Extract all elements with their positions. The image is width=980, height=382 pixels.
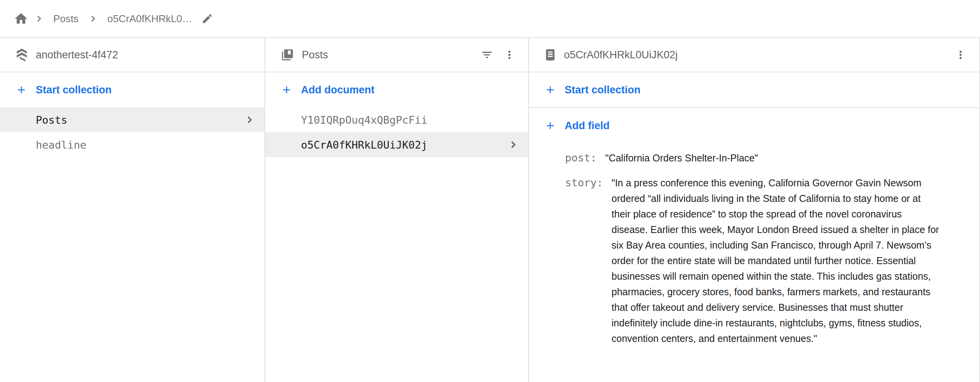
firestore-logo-icon <box>16 47 28 63</box>
add-field-label: Add field <box>565 120 610 132</box>
database-root-panel: anothertest-4f472 Start collection Posts… <box>0 38 265 382</box>
documents-list: Y10IQRpOuq4xQBgPcFii o5CrA0fKHRkL0UiJK02… <box>265 107 528 157</box>
plus-icon <box>544 84 556 96</box>
filter-icon[interactable] <box>481 49 493 61</box>
breadcrumb-item-document[interactable]: o5CrA0fKHRkL0… <box>107 13 192 25</box>
document-panel: o5CrA0fKHRkL0UiJK02j Start collection Ad… <box>529 38 980 382</box>
more-vert-icon[interactable] <box>503 49 516 61</box>
breadcrumb: Posts o5CrA0fKHRkL0… <box>0 0 980 38</box>
database-root-header: anothertest-4f472 <box>0 38 264 72</box>
breadcrumb-item-collection[interactable]: Posts <box>53 13 79 25</box>
start-collection-label: Start collection <box>36 84 112 96</box>
chevron-right-icon <box>507 139 519 151</box>
collection-row-posts[interactable]: Posts <box>0 107 264 132</box>
collection-panel: Posts Add document Y10IQRpOuq4xQBgPcFii … <box>265 38 529 382</box>
collection-title: Posts <box>302 49 328 61</box>
plus-icon <box>544 120 556 131</box>
collection-header: Posts <box>265 38 528 72</box>
collections-list: Posts headline <box>0 107 264 157</box>
chevron-right-icon <box>243 114 255 126</box>
document-id: o5CrA0fKHRkL0UiJK02j <box>301 139 427 151</box>
firestore-data-panels: anothertest-4f472 Start collection Posts… <box>0 38 980 382</box>
start-collection-button[interactable]: Start collection <box>529 72 979 107</box>
database-title: anothertest-4f472 <box>36 49 118 61</box>
start-collection-label: Start collection <box>565 84 640 96</box>
document-icon <box>544 48 556 61</box>
plus-icon <box>16 84 27 96</box>
home-icon[interactable] <box>14 11 28 26</box>
chevron-right-icon <box>87 13 99 25</box>
edit-pencil-icon[interactable] <box>201 13 213 25</box>
document-row[interactable]: Y10IQRpOuq4xQBgPcFii <box>265 107 528 132</box>
add-document-label: Add document <box>301 84 374 96</box>
field-row-post[interactable]: post: "California Orders Shelter-In-Plac… <box>565 150 956 166</box>
field-name: story: <box>565 175 603 191</box>
field-value: "In a press conference this evening, Cal… <box>612 175 940 346</box>
document-row-selected[interactable]: o5CrA0fKHRkL0UiJK02j <box>265 132 528 157</box>
field-row-story[interactable]: story: "In a press conference this eveni… <box>565 175 956 346</box>
collection-row-headline[interactable]: headline <box>0 132 264 157</box>
more-vert-icon[interactable] <box>954 49 967 61</box>
chevron-right-icon <box>33 13 45 25</box>
plus-icon <box>281 84 292 96</box>
collection-name: Posts <box>36 114 67 126</box>
collection-icon <box>281 48 294 61</box>
add-field-button[interactable]: Add field <box>529 108 979 143</box>
document-header: o5CrA0fKHRkL0UiJK02j <box>529 38 979 72</box>
field-name: post: <box>565 150 597 166</box>
start-collection-button[interactable]: Start collection <box>0 72 264 107</box>
document-id: Y10IQRpOuq4xQBgPcFii <box>301 114 427 126</box>
document-title: o5CrA0fKHRkL0UiJK02j <box>564 49 678 61</box>
field-value: "California Orders Shelter-In-Place" <box>605 150 758 166</box>
document-fields: post: "California Orders Shelter-In-Plac… <box>529 143 979 346</box>
collection-name: headline <box>36 139 86 151</box>
add-document-button[interactable]: Add document <box>265 72 528 107</box>
